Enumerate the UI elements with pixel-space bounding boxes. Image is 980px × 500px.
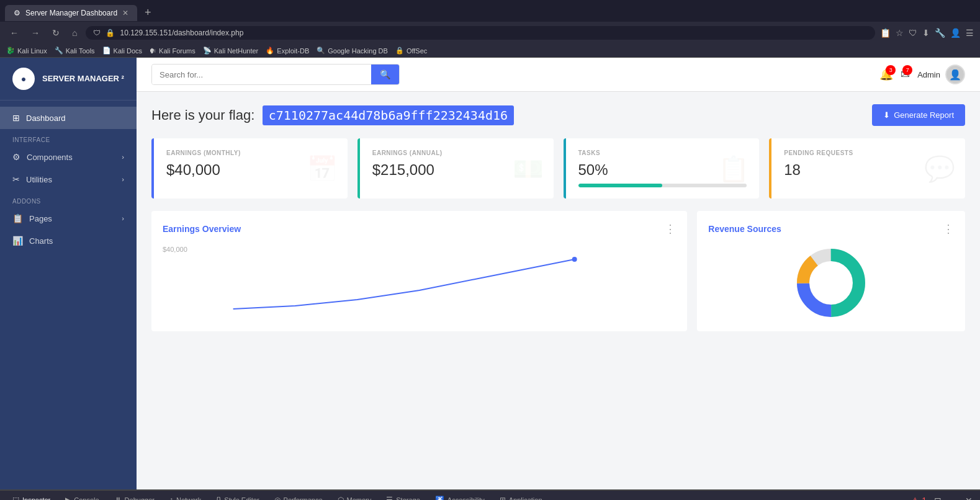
bookmark-google-hacking[interactable]: 🔍 Google Hacking DB	[317, 47, 388, 55]
new-tab-button[interactable]: +	[140, 4, 156, 22]
tab-title: Server Manager Dashboard	[25, 9, 117, 17]
search-button[interactable]: 🔍	[371, 65, 399, 84]
address-text[interactable]: 10.129.155.151/dashboard/index.php	[120, 29, 243, 37]
sidebar-item-label: Pages	[29, 214, 52, 223]
download-button[interactable]: ⬇	[922, 28, 930, 38]
bookmark-kali-tools[interactable]: 🔧 Kali Tools	[55, 47, 95, 55]
more-tools-button[interactable]: ⋯	[946, 493, 960, 500]
back-button[interactable]: ←	[6, 25, 22, 40]
search-box: 🔍	[151, 64, 400, 85]
google-hacking-icon: 🔍	[317, 47, 325, 55]
responsive-design-button[interactable]: ⊡	[932, 493, 944, 500]
chevron-right-icon: ›	[122, 153, 124, 161]
application-icon: ⊞	[500, 496, 506, 500]
sidebar-item-pages[interactable]: 📋 Pages ›	[0, 207, 137, 230]
refresh-button[interactable]: ↻	[48, 25, 63, 40]
stat-card-earnings-annual: EARNINGS (ANNUAL) $215,000 💵	[357, 138, 554, 199]
utilities-icon: ✂	[12, 174, 20, 184]
tab-bar: ⚙ Server Manager Dashboard ✕ +	[0, 0, 980, 22]
flag-label: Here is your flag:	[151, 107, 254, 123]
notifications-badge: 3	[886, 65, 896, 75]
kali-tools-icon: 🔧	[55, 47, 63, 55]
kali-docs-icon: 📄	[102, 47, 111, 55]
revenue-sources-card: Revenue Sources ⋮	[697, 211, 965, 331]
devtools-panel: ⬚ Inspector ▶ Console ⏸ Debugger ↕ Netwo…	[0, 489, 980, 500]
devtools-tab-style-editor[interactable]: {} Style Editor	[209, 491, 266, 500]
devtools-tab-debugger[interactable]: ⏸ Debugger	[107, 491, 162, 500]
network-icon: ↕	[169, 496, 173, 500]
calendar-icon: 📅	[307, 154, 338, 183]
devtools-tab-inspector[interactable]: ⬚ Inspector	[5, 491, 58, 500]
shield-icon: 🛡	[93, 29, 101, 37]
bookmark-offsec[interactable]: 🔒 OffSec	[395, 47, 427, 55]
flag-text: Here is your flag: c7110277ac44d78b6a9ff…	[151, 107, 514, 123]
forward-button[interactable]: →	[27, 25, 43, 40]
extension-button[interactable]: 🔧	[935, 28, 945, 38]
chart-menu-button[interactable]: ⋮	[943, 222, 954, 236]
devtools-tab-storage[interactable]: ☰ Storage	[379, 491, 428, 500]
shield-button[interactable]: 🛡	[909, 28, 917, 38]
app-wrapper: ● SERVER MANAGER ² ⊞ Dashboard INTERFACE…	[0, 58, 980, 489]
tasks-progress	[578, 184, 747, 187]
kali-forums-icon: 🗣	[150, 47, 156, 55]
bookmark-nethunter[interactable]: 📡 Kali NetHunter	[203, 47, 259, 55]
devtools-tab-performance[interactable]: ◎ Performance	[267, 491, 330, 500]
bookmark-exploit-db[interactable]: 🔥 Exploit-DB	[266, 47, 309, 55]
sidebar-item-dashboard[interactable]: ⊞ Dashboard	[0, 107, 137, 129]
lock-icon: 🔒	[106, 29, 115, 37]
profile-button[interactable]: 👤	[950, 28, 961, 38]
charts-section: Earnings Overview ⋮ $40,000 Revenue Sour…	[151, 211, 965, 331]
sidebar-item-label: Components	[27, 153, 73, 162]
sidebar-item-charts[interactable]: 📊 Charts	[0, 230, 137, 252]
stat-card-tasks: TASKS 50% 📋	[564, 138, 760, 199]
reader-view-button[interactable]: 📋	[880, 28, 891, 38]
flag-value: c7110277ac44d78b6a9fff2232434d16	[263, 105, 514, 125]
active-tab[interactable]: ⚙ Server Manager Dashboard ✕	[5, 5, 137, 21]
messages-button[interactable]: ✉ 7	[901, 68, 910, 81]
console-icon: ▶	[65, 496, 71, 500]
svg-point-0	[572, 257, 577, 262]
tab-close-button[interactable]: ✕	[122, 9, 128, 17]
bookmark-kali-docs[interactable]: 📄 Kali Docs	[102, 47, 142, 55]
offsec-icon: 🔒	[395, 47, 404, 55]
earnings-overview-card: Earnings Overview ⋮ $40,000	[151, 211, 687, 331]
accessibility-icon: ♿	[435, 496, 444, 500]
bookmark-button[interactable]: ☆	[896, 28, 904, 38]
pages-icon: 📋	[12, 213, 23, 223]
earnings-chart	[163, 253, 676, 315]
devtools-tab-console[interactable]: ▶ Console	[58, 491, 106, 500]
tab-favicon: ⚙	[14, 9, 20, 17]
address-bar[interactable]: 🛡 🔒 10.129.155.151/dashboard/index.php	[86, 26, 875, 40]
chat-icon: 💬	[924, 154, 955, 183]
menu-button[interactable]: ☰	[966, 28, 974, 38]
home-button[interactable]: ⌂	[68, 25, 81, 40]
user-section[interactable]: Admin 👤	[917, 65, 965, 84]
devtools-tab-application[interactable]: ⊞ Application	[492, 491, 550, 500]
chart-area: $40,000	[163, 246, 676, 320]
devtools-tab-accessibility[interactable]: ♿ Accessibility	[428, 491, 492, 500]
bookmarks-bar: 🐉 Kali Linux 🔧 Kali Tools 📄 Kali Docs 🗣 …	[0, 44, 980, 58]
close-devtools-button[interactable]: ✕	[963, 493, 975, 500]
main-content: 🔍 🔔 3 ✉ 7 Admin 👤	[137, 58, 980, 489]
interface-section-label: INTERFACE	[0, 129, 137, 146]
bookmark-kali-linux[interactable]: 🐉 Kali Linux	[6, 47, 47, 55]
sidebar-item-components[interactable]: ⚙ Components ›	[0, 146, 137, 168]
chevron-right-icon: ›	[122, 176, 124, 183]
chart-menu-button[interactable]: ⋮	[665, 222, 676, 236]
sidebar-item-label: Dashboard	[26, 114, 66, 123]
devtools-tab-network[interactable]: ↕ Network	[162, 491, 209, 500]
stats-grid: EARNINGS (MONTHLY) $40,000 📅 EARNINGS (A…	[151, 138, 965, 199]
progress-fill	[578, 184, 663, 187]
performance-icon: ◎	[274, 496, 281, 500]
sidebar-nav: ⊞ Dashboard INTERFACE ⚙ Components › ✂ U…	[0, 100, 137, 489]
error-count-button[interactable]: ⚠ 1	[909, 493, 929, 500]
components-icon: ⚙	[12, 152, 20, 162]
devtools-tab-memory[interactable]: ⬡ Memory	[330, 491, 379, 500]
search-input[interactable]	[152, 65, 371, 84]
generate-report-button[interactable]: ⬇ Generate Report	[872, 104, 965, 126]
notifications-button[interactable]: 🔔 3	[879, 68, 893, 81]
chart-title: Revenue Sources	[708, 224, 781, 234]
bookmark-kali-forums[interactable]: 🗣 Kali Forums	[150, 47, 196, 55]
sidebar-item-utilities[interactable]: ✂ Utilities ›	[0, 168, 137, 190]
sidebar: ● SERVER MANAGER ² ⊞ Dashboard INTERFACE…	[0, 58, 137, 489]
